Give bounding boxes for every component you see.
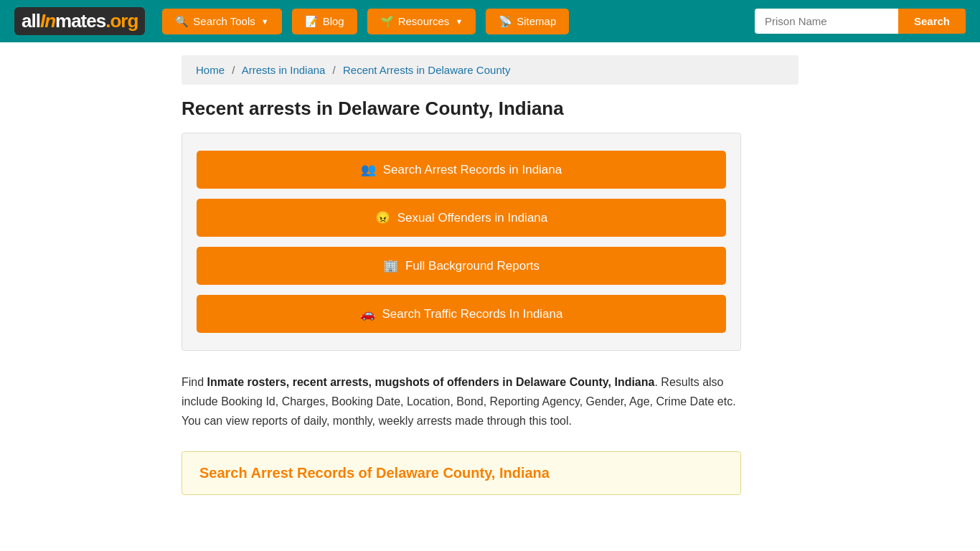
sitemap-icon: 📡 xyxy=(499,15,512,28)
background-reports-icon: 🏢 xyxy=(383,258,398,273)
header-search: Search xyxy=(755,9,966,34)
blog-icon: 📝 xyxy=(305,15,319,28)
sitemap-button[interactable]: 📡 Sitemap xyxy=(486,9,569,34)
breadcrumb-current: Recent Arrests in Delaware County xyxy=(343,64,510,76)
site-logo[interactable]: allInmates.org xyxy=(14,7,145,35)
resources-icon: 🌱 xyxy=(380,15,394,28)
breadcrumb-sep-2: / xyxy=(333,64,336,76)
arrest-records-button[interactable]: 👥 Search Arrest Records in Indiana xyxy=(197,151,726,189)
prison-search-input[interactable] xyxy=(755,9,898,34)
search-section-title: Search Arrest Records of Delaware County… xyxy=(199,465,723,481)
background-reports-label: Full Background Reports xyxy=(405,259,540,273)
search-section-box: Search Arrest Records of Delaware County… xyxy=(182,451,741,495)
resources-button[interactable]: 🌱 Resources ▼ xyxy=(367,9,476,34)
description-intro: Find xyxy=(182,376,207,388)
logo-all: all xyxy=(22,10,40,32)
arrest-records-label: Search Arrest Records in Indiana xyxy=(383,163,562,177)
sexual-offenders-button[interactable]: 😠 Sexual Offenders in Indiana xyxy=(197,199,726,237)
background-reports-button[interactable]: 🏢 Full Background Reports xyxy=(197,247,726,285)
page-title: Recent arrests in Delaware County, India… xyxy=(182,98,798,120)
tool-buttons-box: 👥 Search Arrest Records in Indiana 😠 Sex… xyxy=(182,133,741,351)
breadcrumb-arrests-indiana[interactable]: Arrests in Indiana xyxy=(242,64,326,76)
blog-label: Blog xyxy=(323,15,344,27)
traffic-records-label: Search Traffic Records In Indiana xyxy=(382,307,563,321)
search-tools-icon: 🔍 xyxy=(175,15,189,28)
traffic-records-button[interactable]: 🚗 Search Traffic Records In Indiana xyxy=(197,295,726,333)
page-description: Find Inmate rosters, recent arrests, mug… xyxy=(182,372,741,431)
search-tools-label: Search Tools xyxy=(193,15,255,27)
description-bold: Inmate rosters, recent arrests, mugshots… xyxy=(207,376,655,388)
sitemap-label: Sitemap xyxy=(517,15,556,27)
site-header: allInmates.org 🔍 Search Tools ▼ 📝 Blog 🌱… xyxy=(0,0,980,42)
logo-org: .org xyxy=(105,10,138,32)
main-content: Home / Arrests in Indiana / Recent Arres… xyxy=(167,55,813,524)
search-tools-button[interactable]: 🔍 Search Tools ▼ xyxy=(162,9,281,34)
breadcrumb: Home / Arrests in Indiana / Recent Arres… xyxy=(182,55,798,85)
sexual-offenders-icon: 😠 xyxy=(375,210,390,225)
breadcrumb-sep-1: / xyxy=(232,64,235,76)
breadcrumb-home[interactable]: Home xyxy=(196,64,225,76)
logo-mates: mates xyxy=(55,10,105,32)
chevron-down-icon-2: ▼ xyxy=(455,17,463,26)
resources-label: Resources xyxy=(398,15,450,27)
logo-in: In xyxy=(40,10,55,32)
traffic-records-icon: 🚗 xyxy=(360,306,375,321)
arrest-records-icon: 👥 xyxy=(361,162,376,177)
sexual-offenders-label: Sexual Offenders in Indiana xyxy=(397,211,548,225)
prison-search-button[interactable]: Search xyxy=(898,9,966,34)
chevron-down-icon: ▼ xyxy=(261,17,269,26)
blog-button[interactable]: 📝 Blog xyxy=(292,9,357,34)
